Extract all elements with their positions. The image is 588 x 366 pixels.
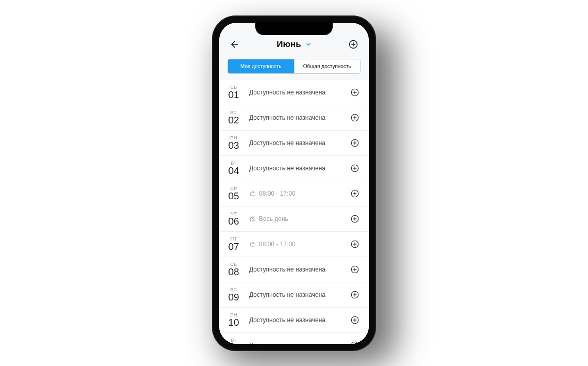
status-column: Весь день [249,215,349,222]
day-of-month: 06 [228,216,239,227]
day-row[interactable]: СР0508:00 - 17:00 [219,181,369,206]
briefcase-icon [249,241,256,247]
plus-circle-icon [350,113,360,122]
add-day-availability-button[interactable] [349,112,361,123]
segmented-control: Моя доступность Общая доступность [227,59,361,74]
date-column: ВС02 [225,110,242,125]
back-button[interactable] [228,38,241,51]
date-column: ПТ07 [225,236,242,252]
tab-shared-availability[interactable]: Общая доступность [294,59,361,73]
status-column: Доступность не назначена [249,266,349,273]
plus-circle-icon [350,240,360,249]
date-column: ПН10 [225,312,242,328]
add-day-availability-button[interactable] [349,188,361,199]
date-column: ЧТ06 [225,211,242,227]
status-column: Доступность не назначена [249,165,349,172]
segmented-control-wrap: Моя доступность Общая доступность [219,54,369,80]
plus-circle-icon [350,265,360,274]
add-day-availability-button[interactable] [349,213,361,225]
date-column: СБ01 [225,85,242,100]
availability-list: СБ01Доступность не назначенаВС02Доступно… [219,80,369,344]
status-text: Доступность не назначена [249,266,325,273]
plus-circle-icon [350,164,360,173]
day-row[interactable]: ВТ04Доступность не назначена [219,156,369,181]
day-row[interactable]: СБ01Доступность не назначена [219,80,369,105]
day-of-month: 09 [228,292,239,303]
phone-frame: Июнь Моя доступность Общая доступность С… [212,15,376,351]
day-row[interactable]: ПН10Доступность не назначена [219,308,369,333]
status-text: Доступность не назначена [249,114,325,121]
day-of-month: 11 [228,343,239,344]
briefcase-icon [249,190,256,197]
plus-circle-icon [350,138,360,148]
month-label: Июнь [276,39,301,50]
status-text: Весь день [259,215,288,222]
arrow-left-icon [230,39,240,50]
day-of-month: 01 [228,90,239,100]
add-day-availability-button[interactable] [349,87,361,98]
status-column: 08:00 - 17:00 [249,241,349,248]
status-text: 08:00 - 17:00 [259,190,296,197]
day-of-month: 05 [228,191,239,201]
svg-rect-25 [250,243,255,246]
add-day-availability-button[interactable] [349,238,361,250]
day-of-month: 02 [228,115,239,125]
day-of-month: 03 [228,140,239,151]
status-text: Доступность не назначена [249,89,325,96]
add-day-availability-button[interactable] [349,340,361,344]
status-column: Доступность не назначена [249,342,349,344]
device-notch [255,23,333,35]
status-column: Доступность не назначена [249,89,349,96]
plus-circle-icon [348,39,358,50]
date-column: ВС09 [225,287,242,303]
status-column: Доступность не назначена [249,114,349,121]
briefcase-off-icon [249,215,256,222]
add-day-availability-button[interactable] [349,264,361,275]
day-row[interactable]: ПН03Доступность не назначена [219,131,369,156]
day-of-month: 04 [228,166,239,176]
day-row[interactable]: ВТ11Доступность не назначена [219,333,369,344]
day-row[interactable]: ВС09Доступность не назначена [219,282,369,308]
add-day-availability-button[interactable] [349,137,361,149]
status-text: Доступность не назначена [249,165,325,172]
status-column: 08:00 - 17:00 [249,190,349,197]
add-day-availability-button[interactable] [349,289,361,300]
plus-circle-icon [350,290,360,299]
date-column: СБ08 [225,262,242,277]
day-row[interactable]: ВС02Доступность не назначена [219,105,369,131]
status-column: Доступность не назначена [249,316,349,324]
date-column: ПН03 [225,135,242,151]
day-row[interactable]: ЧТ06Весь день [219,206,369,232]
plus-circle-icon [350,189,360,198]
status-text: Доступность не назначена [249,139,325,147]
add-availability-button[interactable] [347,38,360,51]
day-of-month: 07 [228,242,239,252]
add-day-availability-button[interactable] [349,163,361,174]
date-column: ВТ04 [225,161,242,176]
svg-rect-16 [250,193,255,196]
plus-circle-icon [350,88,360,97]
tab-my-availability[interactable]: Моя доступность [228,59,294,73]
status-text: 08:00 - 17:00 [259,241,296,248]
chevron-down-icon [305,41,312,47]
date-column: ВТ11 [225,338,242,344]
plus-circle-icon [350,341,360,344]
day-of-month: 08 [228,267,239,277]
status-text: Доступность не назначена [249,316,325,324]
plus-circle-icon [350,214,360,224]
plus-circle-icon [350,315,360,325]
day-row[interactable]: ПТ0708:00 - 17:00 [219,232,369,257]
add-day-availability-button[interactable] [349,314,361,326]
status-column: Доступность не назначена [249,139,349,147]
day-row[interactable]: СБ08Доступность не назначена [219,257,369,282]
status-text: Доступность не назначена [249,291,325,298]
day-of-month: 10 [228,317,239,328]
month-selector[interactable]: Июнь [276,39,311,50]
app-screen: Июнь Моя доступность Общая доступность С… [219,23,369,344]
status-column: Доступность не назначена [249,291,349,298]
svg-line-21 [250,216,255,221]
date-column: СР05 [225,186,242,201]
status-text: Доступность не назначена [249,342,325,344]
